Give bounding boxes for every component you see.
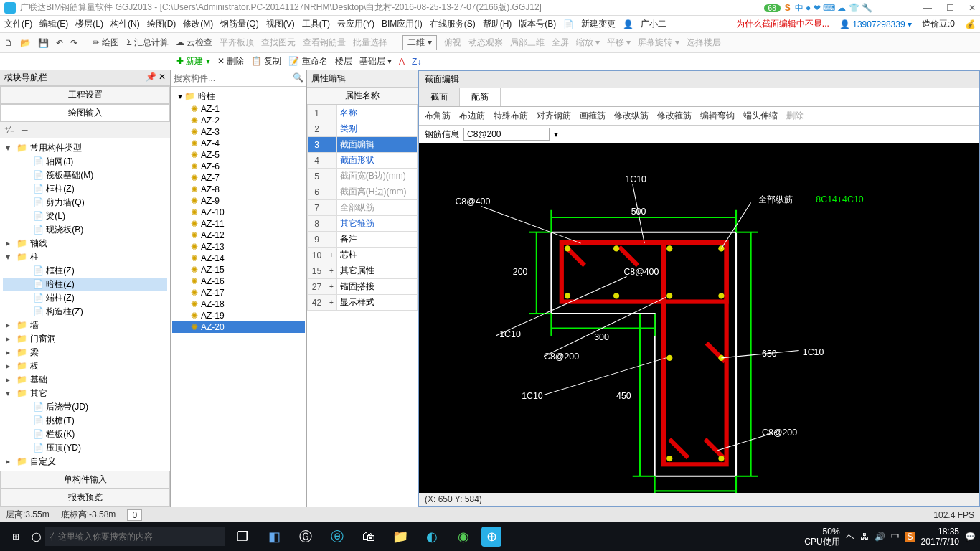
comp-item[interactable]: ✺AZ-18 xyxy=(172,298,305,310)
nav-single-input[interactable]: 单构件输入 xyxy=(0,471,170,489)
tb-zoom[interactable]: 缩放 ▾ xyxy=(576,37,600,49)
menu-online[interactable]: 在线服务(S) xyxy=(430,18,476,30)
subbar-item[interactable]: 画箍筋 xyxy=(580,110,606,122)
prop-row[interactable]: 9备注 xyxy=(308,232,418,248)
nav-item[interactable]: 📄 端柱(Z) xyxy=(3,291,167,305)
subbar-item[interactable]: 对齐钢筋 xyxy=(537,110,571,122)
subbar-item[interactable]: 布边筋 xyxy=(459,110,485,122)
nav-category[interactable]: ▸ 📁 基础 xyxy=(3,373,167,387)
nav-item[interactable]: 📄 剪力墙(Q) xyxy=(3,196,167,209)
tb2-copy[interactable]: 📋 复制 xyxy=(251,55,281,67)
prop-row[interactable]: 27+锚固搭接 xyxy=(308,279,418,295)
subbar-item[interactable]: 编辑弯钩 xyxy=(700,110,735,122)
menu-modify[interactable]: 修改(M) xyxy=(183,18,213,30)
tb-selfloor[interactable]: 选择楼层 xyxy=(687,37,721,49)
comp-item[interactable]: ✺AZ-13 xyxy=(172,241,305,253)
comp-item[interactable]: ✺AZ-6 xyxy=(172,161,305,172)
subbar-item[interactable]: 特殊布筋 xyxy=(494,110,528,122)
comp-item[interactable]: ✺AZ-3 xyxy=(172,126,305,138)
tb-viewbar[interactable]: 查看钢筋量 xyxy=(303,37,346,49)
comp-item[interactable]: ✺AZ-11 xyxy=(172,218,305,230)
tb-app2[interactable]: Ⓖ xyxy=(292,525,319,548)
subbar-item[interactable]: 修改纵筋 xyxy=(614,110,649,122)
cpu-meter[interactable]: 50%CPU使用 xyxy=(804,527,839,547)
tb2-rename[interactable]: 📝 重命名 xyxy=(288,55,327,67)
tab-rebar[interactable]: 配筋 xyxy=(460,88,501,106)
nav-item[interactable]: 📄 构造柱(Z) xyxy=(3,305,167,319)
tray-ime[interactable]: 中 xyxy=(891,531,900,543)
nav-category[interactable]: ▾ 📁 柱 xyxy=(3,250,167,264)
menu-cloud[interactable]: 云应用(Y) xyxy=(337,18,374,30)
notification-icon[interactable]: 💬 xyxy=(965,532,976,542)
open-icon[interactable]: 📂 xyxy=(20,38,31,48)
tb-sum[interactable]: Σ 汇总计算 xyxy=(126,37,169,49)
new-change[interactable]: 新建变更 xyxy=(581,18,616,30)
tb-app5[interactable]: ⊕ xyxy=(481,527,501,547)
comp-item[interactable]: ✺AZ-4 xyxy=(172,138,305,149)
tb-2d[interactable]: 二维 ▾ xyxy=(402,35,436,50)
section-canvas[interactable]: C8@400 1C10 500 200 C8@400 1C10 300 C8@2… xyxy=(419,143,979,506)
nav-item[interactable]: 📄 挑檐(T) xyxy=(3,414,167,428)
prop-row[interactable]: 2类别 xyxy=(308,121,418,137)
taskbar-clock[interactable]: 18:352017/7/10 xyxy=(921,527,959,547)
tb-explorer[interactable]: 📁 xyxy=(387,525,414,548)
new-icon[interactable]: 🗋 xyxy=(4,38,13,48)
user-name[interactable]: 广小二 xyxy=(641,18,666,30)
nav-tree[interactable]: ▾ 📁 常用构件类型📄 轴网(J)📄 筏板基础(M)📄 框柱(Z)📄 剪力墙(Q… xyxy=(0,138,170,471)
nav-category[interactable]: ▸ 📁 板 xyxy=(3,359,167,373)
tray-net-icon[interactable]: 🖧 xyxy=(860,532,869,542)
component-tree[interactable]: ▾ 📁 暗柱✺AZ-1✺AZ-2✺AZ-3✺AZ-4✺AZ-5✺AZ-6✺AZ-… xyxy=(171,87,306,507)
tb-align[interactable]: 平齐板顶 xyxy=(220,37,254,49)
comp-item[interactable]: ✺AZ-17 xyxy=(172,287,305,298)
menu-floor[interactable]: 楼层(L) xyxy=(75,18,103,30)
tb-rot[interactable]: 屏幕旋转 ▾ xyxy=(638,37,679,49)
tb-3d[interactable]: 局部三维 xyxy=(510,37,545,49)
property-table[interactable]: 1名称2类别3截面编辑4截面形状5截面宽(B边)(mm)6截面高(H边)(mm)… xyxy=(307,105,418,311)
menu-component[interactable]: 构件(N) xyxy=(110,18,140,30)
prop-row[interactable]: 42+显示样式 xyxy=(308,295,418,311)
tb2-found[interactable]: 基础层 ▾ xyxy=(359,55,392,67)
menu-help[interactable]: 帮助(H) xyxy=(483,18,512,30)
nav-icon-row[interactable]: ⁺⁄₋ ─ xyxy=(0,122,170,138)
tray-sogou[interactable]: S xyxy=(905,532,915,542)
comp-item[interactable]: ✺AZ-14 xyxy=(172,253,305,264)
comp-item[interactable]: ✺AZ-15 xyxy=(172,264,305,276)
nav-item[interactable]: 📄 轴网(J) xyxy=(3,155,167,169)
menu-draw[interactable]: 绘图(D) xyxy=(147,18,176,30)
menu-bim[interactable]: BIM应用(I) xyxy=(382,18,423,30)
tb-app1[interactable]: ◧ xyxy=(260,525,288,548)
menu-version[interactable]: 版本号(B) xyxy=(519,18,556,30)
search-icon[interactable]: 🔍 xyxy=(289,70,306,86)
tb-find[interactable]: 查找图元 xyxy=(261,37,296,49)
nav-category[interactable]: ▸ 📁 自定义 xyxy=(3,455,167,468)
tb-app4[interactable]: ◉ xyxy=(450,525,477,548)
prop-row[interactable]: 10+芯柱 xyxy=(308,248,418,263)
nav-item[interactable]: 📄 现浇板(B) xyxy=(3,223,167,237)
tb-top[interactable]: 俯视 xyxy=(444,37,461,49)
nav-drawing-input[interactable]: 绘图输入 xyxy=(0,104,170,122)
comp-item[interactable]: ✺AZ-20 xyxy=(172,321,305,333)
nav-item[interactable]: 📄 框柱(Z) xyxy=(3,182,167,196)
nav-item[interactable]: 📄 框柱(Z) xyxy=(3,264,167,278)
comp-item[interactable]: ✺AZ-5 xyxy=(172,149,305,161)
save-icon[interactable]: 💾 xyxy=(38,38,49,48)
nav-item[interactable]: 📄 压顶(YD) xyxy=(3,441,167,455)
nav-category[interactable]: ▸ 📁 梁 xyxy=(3,346,167,359)
tb-batch[interactable]: 批量选择 xyxy=(353,37,387,49)
menu-tool[interactable]: 工具(T) xyxy=(302,18,330,30)
tb2-layer[interactable]: 楼层 xyxy=(335,55,352,67)
account-number[interactable]: 13907298339 xyxy=(852,19,905,29)
tb-pan[interactable]: 平移 ▾ xyxy=(607,37,631,49)
menu-file[interactable]: 文件(F) xyxy=(4,18,32,30)
comp-item[interactable]: ✺AZ-7 xyxy=(172,172,305,184)
menu-view[interactable]: 视图(V) xyxy=(266,18,295,30)
nav-project-settings[interactable]: 工程设置 xyxy=(0,86,170,104)
subbar-item[interactable]: 修改箍筋 xyxy=(657,110,692,122)
prop-row[interactable]: 15+其它属性 xyxy=(308,263,418,279)
menu-rebar[interactable]: 钢筋量(Q) xyxy=(220,18,258,30)
menu-edit[interactable]: 编辑(E) xyxy=(39,18,68,30)
tb-cloud[interactable]: ☁ 云检查 xyxy=(176,37,212,49)
subbar-item[interactable]: 布角筋 xyxy=(425,110,451,122)
tb-edge[interactable]: ⓔ xyxy=(324,525,351,548)
comp-item[interactable]: ✺AZ-9 xyxy=(172,195,305,207)
